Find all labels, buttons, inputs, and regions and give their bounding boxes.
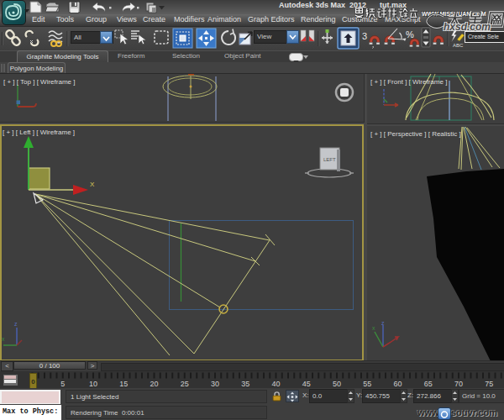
svg-text:15: 15 [119, 380, 128, 388]
svg-text:LEFT: LEFT [323, 157, 336, 162]
svg-text:10: 10 [89, 380, 97, 388]
svg-text:%: % [406, 29, 414, 39]
svg-text:60: 60 [393, 380, 402, 388]
svg-text:z: z [381, 320, 385, 326]
svg-text:x: x [372, 325, 375, 331]
svg-text:65: 65 [424, 380, 433, 388]
svg-text:ABC: ABC [453, 43, 464, 48]
svg-text:35: 35 [241, 380, 249, 388]
svg-text:20: 20 [150, 380, 158, 388]
svg-text:40: 40 [271, 380, 280, 388]
svg-text:x: x [2, 336, 5, 342]
svg-text:75: 75 [485, 380, 493, 388]
svg-text:X: X [90, 181, 95, 188]
svg-text:55: 55 [363, 380, 371, 388]
svg-text:3: 3 [362, 31, 367, 41]
svg-text:z: z [14, 321, 18, 327]
svg-text:30: 30 [211, 380, 219, 388]
svg-text:70: 70 [454, 380, 463, 388]
svg-text:25: 25 [181, 380, 189, 388]
svg-text:50: 50 [333, 380, 341, 388]
svg-text:5: 5 [60, 380, 65, 388]
svg-text:45: 45 [302, 380, 311, 388]
